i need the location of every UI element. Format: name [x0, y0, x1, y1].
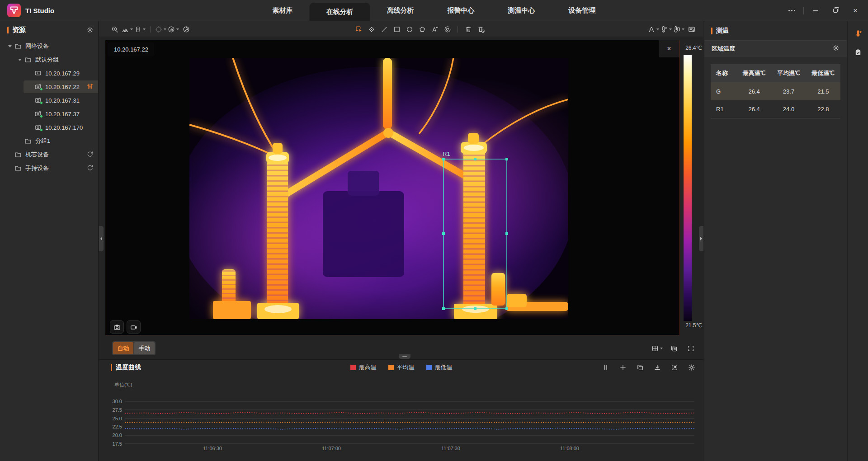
more-button[interactable] — [782, 0, 802, 21]
tab-0[interactable]: 素材库 — [256, 0, 310, 21]
video-controls-row: 自动手动 — [99, 338, 703, 359]
scale-min-label: 21.5℃ — [685, 322, 702, 329]
sidebar-collapse-handle[interactable] — [99, 226, 104, 251]
gauge-chart-icon — [168, 26, 175, 33]
polygon-button[interactable] — [416, 24, 428, 35]
camera-dev-icon — [34, 83, 42, 90]
fullscreen-button[interactable] — [685, 343, 696, 354]
tree-item-分组1[interactable]: 分组1 — [0, 134, 98, 148]
tree-item-10.20.167.22[interactable]: 10.20.167.22 — [0, 80, 98, 94]
refresh-icon[interactable] — [86, 151, 94, 159]
mode-button-0[interactable]: 自动 — [113, 342, 133, 354]
crosshair-button[interactable] — [155, 24, 166, 35]
region-name-cell: R1 — [711, 106, 737, 113]
line-icon — [381, 26, 388, 33]
tab-5[interactable]: 设备管理 — [552, 0, 613, 21]
maximize-button[interactable] — [826, 0, 845, 21]
panel-collapse-handle[interactable] — [699, 226, 703, 251]
resource-settings-gear-icon[interactable] — [86, 26, 94, 35]
font-button[interactable] — [648, 24, 659, 35]
tree-item-label: 10.20.167.29 — [45, 70, 80, 77]
table-row-G[interactable]: G26.423.721.5 — [711, 82, 840, 100]
tree-item-10.20.167.29[interactable]: 10.20.167.29 — [0, 66, 98, 80]
grid-layout-button[interactable] — [651, 343, 663, 354]
caret-down-icon[interactable] — [18, 59, 24, 61]
caret-down-icon — [669, 28, 672, 30]
temperature-cell: 22.8 — [806, 106, 840, 113]
equalizer-icon[interactable] — [86, 83, 94, 91]
camera-dev-icon — [34, 97, 42, 104]
tree-item-10.20.167.31[interactable]: 10.20.167.31 — [0, 94, 98, 107]
ellipse-button[interactable] — [404, 24, 415, 35]
close-button[interactable]: × — [845, 0, 865, 21]
thermo-list-button[interactable] — [851, 27, 865, 40]
accent-bar — [711, 28, 712, 34]
tree-item-默认分组[interactable]: 默认分组 — [0, 53, 98, 66]
panel-export-button[interactable] — [686, 24, 697, 35]
panel-splitter-handle[interactable] — [399, 354, 410, 359]
ellipse-icon — [406, 26, 413, 33]
rect-button[interactable] — [391, 24, 402, 35]
caret-down-icon — [656, 28, 659, 30]
delete-all-button[interactable] — [475, 24, 486, 35]
region-temperature-title: 区域温度 — [712, 45, 735, 53]
gauge-chart-button[interactable] — [168, 24, 179, 35]
text-temp-button[interactable] — [429, 24, 440, 35]
refresh-icon[interactable] — [86, 164, 94, 173]
online-status-dot — [40, 115, 43, 118]
video-tile[interactable]: R1 10.20.167.22 × — [105, 40, 680, 335]
zoom-in-button[interactable] — [109, 24, 120, 35]
thermo-display-button[interactable] — [673, 24, 684, 35]
region-temperature-table: 名称最高温℃平均温℃最低温℃G26.423.721.5R126.424.022.… — [711, 64, 840, 118]
close-stream-button[interactable]: × — [659, 40, 679, 57]
tree-item-label: 网络设备 — [25, 42, 49, 50]
record-button[interactable] — [127, 320, 141, 334]
temperature-chart-panel: 温度曲线 最高温平均温最低温 单位(℃) 30.027.525.022.520.… — [99, 359, 703, 461]
close-all-button[interactable] — [668, 343, 679, 354]
delete-button[interactable] — [462, 24, 474, 35]
tree-item-10.20.167.37[interactable]: 10.20.167.37 — [0, 107, 98, 121]
temperature-colorbar — [684, 55, 692, 321]
title-bar: TI Studio 素材库在线分析离线分析报警中心测温中心设备管理 × — [0, 0, 868, 21]
svg-text:27.5: 27.5 — [113, 407, 122, 413]
tab-3[interactable]: 报警中心 — [431, 0, 491, 21]
rect-icon — [393, 26, 401, 33]
table-header-cell: 最低温℃ — [806, 69, 840, 77]
curve-icon — [444, 26, 451, 33]
select-region-button[interactable] — [353, 24, 364, 35]
temperature-cell: 23.7 — [771, 88, 806, 95]
tree-item-label: 10.20.167.37 — [45, 111, 80, 118]
palette-button[interactable] — [122, 24, 133, 35]
aperture-icon — [183, 26, 190, 33]
tab-4[interactable]: 测温中心 — [491, 0, 552, 21]
aperture-button[interactable] — [180, 24, 192, 35]
temperature-cell: 24.0 — [771, 106, 806, 113]
table-row-R1[interactable]: R126.424.022.8 — [711, 100, 840, 118]
curve-button[interactable] — [442, 24, 453, 35]
tree-item-label: 10.20.167.22 — [45, 84, 80, 90]
caret-down-icon — [130, 28, 133, 30]
device-core-button[interactable] — [134, 24, 146, 35]
measurement-panel-header: 测温 — [704, 21, 847, 41]
tree-item-机芯设备[interactable]: 机芯设备 — [0, 148, 98, 161]
window-controls-divider — [803, 7, 804, 14]
thermal-video-frame[interactable]: R1 — [189, 58, 568, 319]
tree-item-手持设备[interactable]: 手持设备 — [0, 161, 98, 175]
region-settings-gear-icon[interactable] — [832, 44, 840, 53]
camera-dev-icon — [34, 110, 42, 118]
mode-button-1[interactable]: 手动 — [134, 342, 155, 354]
tab-1[interactable]: 在线分析 — [310, 3, 370, 21]
caret-down-icon[interactable] — [8, 45, 14, 47]
minimize-button[interactable] — [806, 0, 826, 21]
caret-down-icon — [176, 28, 179, 30]
tree-item-label: 分组1 — [35, 137, 50, 145]
delete-all-icon — [477, 26, 485, 33]
clipboard-check-button[interactable] — [851, 46, 865, 59]
thermo-settings-button[interactable] — [660, 24, 672, 35]
tree-item-网络设备[interactable]: 网络设备 — [0, 39, 98, 53]
line-button[interactable] — [378, 24, 390, 35]
tree-item-10.20.167.170[interactable]: 10.20.167.170 — [0, 121, 98, 134]
point-button[interactable] — [366, 24, 377, 35]
tab-2[interactable]: 离线分析 — [370, 0, 431, 21]
snapshot-button[interactable] — [110, 320, 124, 334]
